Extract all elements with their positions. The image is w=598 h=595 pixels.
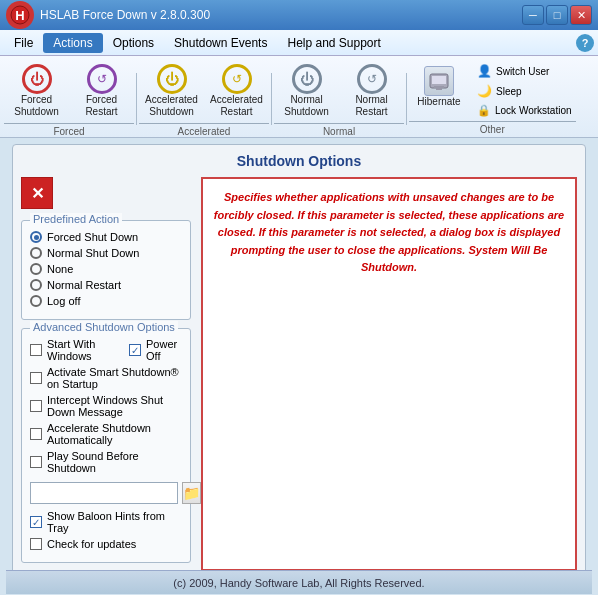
- accelerated-shutdown-icon: ⏻: [157, 64, 187, 94]
- radio-forced-shutdown-text: Forced Shut Down: [47, 231, 138, 243]
- left-panel: ✕ Predefined Action Forced Shut Down Nor…: [21, 177, 191, 571]
- radio-normal-shutdown[interactable]: Normal Shut Down: [30, 247, 182, 259]
- toolbar-group-normal: ⏻ NormalShutdown ↺ NormalRestart Normal: [274, 60, 404, 137]
- radio-none[interactable]: None: [30, 263, 182, 275]
- toolbar: ⏻ ForcedShutdown ↺ ForcedRestart Forced: [0, 56, 598, 138]
- minimize-button[interactable]: ─: [522, 5, 544, 25]
- checkbox-show-hints-text: Show Baloon Hints from Tray: [47, 510, 182, 534]
- normal-restart-label: NormalRestart: [355, 94, 387, 118]
- help-button[interactable]: ?: [576, 34, 594, 52]
- svg-text:H: H: [15, 8, 24, 23]
- normal-shutdown-button[interactable]: ⏻ NormalShutdown: [274, 60, 339, 121]
- checkbox-check-updates-box: [30, 538, 42, 550]
- normal-group-label: Normal: [274, 123, 404, 137]
- hibernate-label: Hibernate: [417, 96, 460, 107]
- switch-user-icon: 👤: [477, 64, 492, 78]
- checkbox-power-off-box: ✓: [129, 344, 141, 356]
- forced-restart-label: ForcedRestart: [85, 94, 117, 118]
- radio-forced-shutdown-indicator: [30, 231, 42, 243]
- predefined-action-label: Predefined Action: [30, 213, 122, 225]
- radio-normal-restart[interactable]: Normal Restart: [30, 279, 182, 291]
- svg-rect-3: [432, 76, 446, 84]
- toolbar-group-accelerated: ⏻ AcceleratedShutdown ↺ AcceleratedResta…: [139, 60, 269, 137]
- checkbox-check-updates[interactable]: Check for updates: [30, 538, 182, 550]
- separator-1: [136, 73, 137, 125]
- advanced-options-label: Advanced Shutdown Options: [30, 321, 178, 333]
- svg-rect-4: [434, 86, 444, 88]
- content-layout: ✕ Predefined Action Forced Shut Down Nor…: [21, 177, 577, 571]
- radio-none-text: None: [47, 263, 73, 275]
- forced-shutdown-label: ForcedShutdown: [14, 94, 58, 118]
- checkbox-show-hints[interactable]: ✓ Show Baloon Hints from Tray: [30, 510, 182, 534]
- checkbox-accelerate-shutdown-text: Accelerate Shutdown Automatically: [47, 422, 182, 446]
- checkbox-power-off[interactable]: ✓ Power Off: [129, 338, 182, 362]
- advanced-row-1: Start With Windows ✓ Power Off: [30, 338, 182, 362]
- info-box: Specifies whether applications with unsa…: [201, 177, 577, 571]
- lock-workstation-button[interactable]: 🔒 Lock Workstation: [473, 102, 576, 119]
- separator-2: [271, 73, 272, 125]
- checkbox-intercept-windows-text: Intercept Windows Shut Down Message: [47, 394, 182, 418]
- svg-rect-5: [436, 88, 442, 90]
- app-logo: ✕: [21, 177, 191, 212]
- checkbox-start-with-windows[interactable]: Start With Windows: [30, 338, 121, 362]
- radio-normal-restart-indicator: [30, 279, 42, 291]
- checkbox-start-windows-text: Start With Windows: [47, 338, 121, 362]
- browse-button[interactable]: 📁: [182, 482, 201, 504]
- path-input[interactable]: [30, 482, 178, 504]
- panel-title: Shutdown Options: [21, 153, 577, 169]
- normal-restart-icon: ↺: [357, 64, 387, 94]
- menu-file[interactable]: File: [4, 33, 43, 53]
- accelerated-restart-label: AcceleratedRestart: [210, 94, 263, 118]
- window-controls: ─ □ ✕: [522, 5, 592, 25]
- checkbox-intercept-windows-box: [30, 400, 42, 412]
- sleep-button[interactable]: 🌙 Sleep: [473, 82, 576, 100]
- forced-shutdown-icon: ⏻: [22, 64, 52, 94]
- forced-restart-icon: ↺: [87, 64, 117, 94]
- accelerated-group-label: Accelerated: [139, 123, 269, 137]
- menu-help[interactable]: Help and Support: [277, 33, 390, 53]
- sleep-label: Sleep: [496, 86, 522, 97]
- forced-shutdown-button[interactable]: ⏻ ForcedShutdown: [4, 60, 69, 121]
- radio-normal-shutdown-text: Normal Shut Down: [47, 247, 139, 259]
- predefined-action-group: Predefined Action Forced Shut Down Norma…: [21, 220, 191, 320]
- accelerated-shutdown-label: AcceleratedShutdown: [145, 94, 198, 118]
- accelerated-restart-button[interactable]: ↺ AcceleratedRestart: [204, 60, 269, 121]
- checkbox-accelerate-shutdown-box: [30, 428, 42, 440]
- normal-restart-button[interactable]: ↺ NormalRestart: [339, 60, 404, 121]
- checkbox-smart-shutdown[interactable]: Activate Smart Shutdown® on Startup: [30, 366, 182, 390]
- other-buttons: 👤 Switch User 🌙 Sleep 🔒 Lock Workstation: [473, 62, 576, 119]
- switch-user-button[interactable]: 👤 Switch User: [473, 62, 576, 80]
- checkbox-play-sound-box: [30, 456, 42, 468]
- lock-icon: 🔒: [477, 104, 491, 117]
- hibernate-button[interactable]: Hibernate: [409, 62, 469, 110]
- checkbox-play-sound[interactable]: Play Sound Before Shutdown: [30, 450, 182, 474]
- radio-logoff[interactable]: Log off: [30, 295, 182, 307]
- accelerated-shutdown-button[interactable]: ⏻ AcceleratedShutdown: [139, 60, 204, 121]
- toolbar-group-other: Hibernate 👤 Switch User 🌙 Sleep 🔒 Lock W…: [409, 62, 576, 135]
- close-button[interactable]: ✕: [570, 5, 592, 25]
- svg-text:✕: ✕: [31, 185, 44, 202]
- title-bar: H HSLAB Force Down v 2.8.0.300 ─ □ ✕: [0, 0, 598, 30]
- content-panel: Shutdown Options ✕ Predefined Action: [12, 144, 586, 584]
- path-input-row: 📁: [30, 482, 182, 504]
- radio-logoff-text: Log off: [47, 295, 80, 307]
- checkbox-check-updates-text: Check for updates: [47, 538, 136, 550]
- menu-options[interactable]: Options: [103, 33, 164, 53]
- forced-restart-button[interactable]: ↺ ForcedRestart: [69, 60, 134, 121]
- checkbox-intercept-windows[interactable]: Intercept Windows Shut Down Message: [30, 394, 182, 418]
- main-area: Shutdown Options ✕ Predefined Action: [6, 144, 592, 594]
- lock-workstation-label: Lock Workstation: [495, 105, 572, 116]
- menu-actions[interactable]: Actions: [43, 33, 102, 53]
- normal-shutdown-label: NormalShutdown: [284, 94, 328, 118]
- maximize-button[interactable]: □: [546, 5, 568, 25]
- switch-user-label: Switch User: [496, 66, 549, 77]
- checkbox-play-sound-text: Play Sound Before Shutdown: [47, 450, 182, 474]
- radio-logoff-indicator: [30, 295, 42, 307]
- menu-shutdown-events[interactable]: Shutdown Events: [164, 33, 277, 53]
- radio-forced-shutdown[interactable]: Forced Shut Down: [30, 231, 182, 243]
- checkbox-accelerate-shutdown[interactable]: Accelerate Shutdown Automatically: [30, 422, 182, 446]
- radio-none-indicator: [30, 263, 42, 275]
- toolbar-button-groups: ⏻ ForcedShutdown ↺ ForcedRestart Forced: [4, 60, 594, 137]
- radio-normal-restart-text: Normal Restart: [47, 279, 121, 291]
- window-title: HSLAB Force Down v 2.8.0.300: [40, 8, 522, 22]
